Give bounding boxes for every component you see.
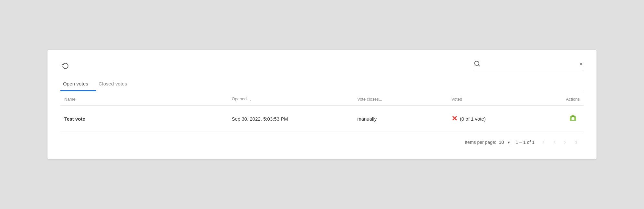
voted-count: (0 of 1 vote) [460,116,486,122]
voted-no-icon: ✕ [452,115,457,122]
cell-actions [531,106,584,132]
toolbar: × [60,60,584,70]
col-header-name: Name [60,91,228,106]
cast-vote-button[interactable] [566,112,580,125]
refresh-icon [62,62,69,69]
page-nav-buttons [540,138,580,146]
next-page-button[interactable] [560,138,569,146]
items-per-page-select[interactable]: 10 5 25 50 [499,140,511,145]
sort-desc-icon: ↓ [249,97,251,102]
cell-opened: Sep 30, 2022, 5:03:53 PM [228,106,353,132]
search-container: × [474,60,584,70]
svg-line-1 [478,65,480,66]
first-page-icon [542,140,547,145]
last-page-icon [573,140,578,145]
col-header-actions: Actions [531,91,584,106]
cell-name: Test vote [60,106,228,132]
table-header-row: Name Opened ↓ Vote closes... Voted Actio… [60,91,584,106]
col-header-opened[interactable]: Opened ↓ [228,91,353,106]
search-clear-button[interactable]: × [578,61,584,67]
votes-panel: × Open votes Closed votes Name Opened ↓ … [47,50,597,159]
prev-page-button[interactable] [550,138,559,146]
tabs: Open votes Closed votes [60,78,584,91]
col-header-vote-closes: Vote closes... [353,91,448,106]
search-input[interactable] [483,62,578,67]
cell-voted: ✕ (0 of 1 vote) [448,106,531,132]
cell-vote-closes: manually [353,106,448,132]
search-icon [474,60,480,68]
first-page-button[interactable] [540,138,549,146]
svg-rect-4 [572,117,574,118]
ballot-icon [569,114,577,122]
items-per-page-select-wrapper: 10 5 25 50 ▾ [499,140,511,145]
col-header-voted: Voted [448,91,531,106]
votes-table: Name Opened ↓ Vote closes... Voted Actio… [60,91,584,132]
items-per-page-control: Items per page: 10 5 25 50 ▾ [465,140,510,145]
next-page-icon [562,140,567,145]
refresh-button[interactable] [60,60,70,70]
tab-closed-votes[interactable]: Closed votes [96,78,135,91]
svg-rect-3 [572,118,575,120]
tab-open-votes[interactable]: Open votes [60,78,96,91]
last-page-button[interactable] [571,138,580,146]
page-info: 1 – 1 of 1 [516,140,535,145]
table-row: Test vote Sep 30, 2022, 5:03:53 PM manua… [60,106,584,132]
pagination: Items per page: 10 5 25 50 ▾ 1 – 1 of 1 [60,132,584,146]
prev-page-icon [552,140,557,145]
items-per-page-label: Items per page: [465,140,496,145]
